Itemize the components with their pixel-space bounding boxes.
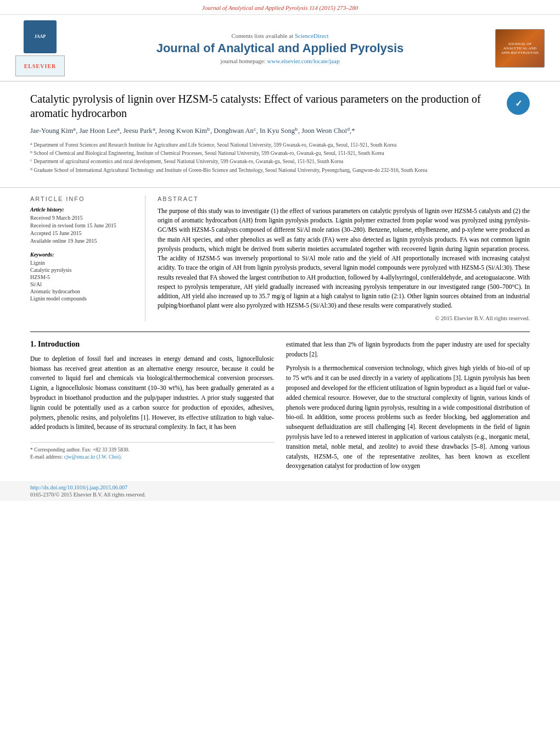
- intro-para-2: estimated that less than 2% of lignin by…: [286, 340, 530, 360]
- journal-cover: JOURNAL OFANALYTICAL ANDAPPLIED PYROLYSI…: [495, 29, 545, 68]
- article-history-label: Article history:: [30, 207, 136, 213]
- section-divider: [30, 331, 530, 332]
- intro-title: 1. Introduction: [30, 340, 274, 349]
- keyword-1: Lignin: [30, 260, 136, 266]
- affiliation-a: ᵃ Department of Forest Sciences and Rese…: [30, 142, 530, 149]
- abstract-heading: ABSTRACT: [158, 196, 530, 202]
- header: JAAP ELSEVIER Contents lists available a…: [0, 15, 560, 82]
- crossmark-icon: ✓: [515, 98, 522, 109]
- cover-text: JOURNAL OFANALYTICAL ANDAPPLIED PYROLYSI…: [499, 40, 541, 57]
- keyword-5: Aromatic hydrocarbon: [30, 288, 136, 294]
- email-link[interactable]: cjw@snu.ac.kr (J.W. Choi).: [64, 454, 122, 460]
- corresponding-author: * Corresponding author. Fax: +82 33 339 …: [30, 447, 274, 453]
- sciencedirect-link[interactable]: ScienceDirect: [295, 32, 329, 39]
- journal-title: Journal of Analytical and Applied Pyroly…: [81, 41, 479, 55]
- doi-copyright: 0165-2370/© 2015 Elsevier B.V. All right…: [30, 492, 530, 498]
- email-footnote: E-mail address: cjw@snu.ac.kr (J.W. Choi…: [30, 454, 274, 460]
- article-info-abstract: ARTICLE INFO Article history: Received 9…: [0, 187, 560, 321]
- article-info-heading: ARTICLE INFO: [30, 196, 136, 202]
- affiliation-d: ᵈ Graduate School of International Agric…: [30, 167, 530, 174]
- body-left: 1. Introduction Due to depletion of foss…: [30, 340, 274, 476]
- intro-para-1: Due to depletion of fossil fuel and incr…: [30, 354, 274, 433]
- elsevier-label: ELSEVIER: [24, 63, 57, 69]
- authors: Jae-Young Kimᵃ, Jae Hoon Leeᵃ, Jeesu Par…: [30, 126, 530, 136]
- crossmark-badge: ✓: [507, 92, 530, 115]
- header-center: Contents lists available at ScienceDirec…: [70, 32, 490, 64]
- article-title: Catalytic pyrolysis of lignin over HZSM-…: [30, 92, 507, 120]
- affiliation-c: ᶜ Department of agricultural economics a…: [30, 158, 530, 165]
- abstract-copyright: © 2015 Elsevier B.V. All rights reserved…: [158, 315, 530, 321]
- abstract-text: The purpose of this study was to investi…: [158, 207, 530, 311]
- keywords-label: Keywords:: [30, 252, 136, 258]
- affiliations: ᵃ Department of Forest Sciences and Rese…: [30, 142, 530, 174]
- homepage-link[interactable]: www.elsevier.com/locate/jaap: [267, 58, 340, 64]
- right-column: ABSTRACT The purpose of this study was t…: [158, 196, 530, 321]
- doi-bar: http://dx.doi.org/10.1016/j.jaap.2015.06…: [0, 481, 560, 501]
- elsevier-logo: ELSEVIER: [15, 55, 65, 76]
- journal-logo-inner: JAAP: [35, 34, 46, 40]
- keyword-6: Lignin model compounds: [30, 295, 136, 302]
- keywords-section: Keywords: Lignin Catalytic pyrolysis HZS…: [30, 252, 136, 302]
- journal-bar: Journal of Analytical and Applied Pyroly…: [0, 0, 560, 15]
- keyword-4: Si/Al: [30, 281, 136, 287]
- journal-bar-text: Journal of Analytical and Applied Pyroly…: [202, 4, 358, 11]
- keyword-3: HZSM-5: [30, 274, 136, 280]
- article-section: Catalytic pyrolysis of lignin over HZSM-…: [0, 82, 560, 187]
- intro-para-3: Pyrolysis is a thermochemical conversion…: [286, 364, 530, 471]
- left-column: ARTICLE INFO Article history: Received 9…: [30, 196, 145, 321]
- affiliation-b: ᵇ School of Chemical and Biological Engi…: [30, 150, 530, 157]
- available-date: Available online 19 June 2015: [30, 238, 136, 244]
- header-right: JOURNAL OFANALYTICAL ANDAPPLIED PYROLYSI…: [490, 29, 550, 68]
- journal-logo: JAAP: [24, 20, 57, 53]
- doi-link: http://dx.doi.org/10.1016/j.jaap.2015.06…: [30, 484, 530, 490]
- body-section: 1. Introduction Due to depletion of foss…: [0, 340, 560, 476]
- footnote-area: * Corresponding author. Fax: +82 33 339 …: [30, 442, 274, 460]
- received-date: Received 9 March 2015: [30, 215, 136, 221]
- accepted-date: Accepted 15 June 2015: [30, 230, 136, 236]
- journal-homepage: journal homepage: www.elsevier.com/locat…: [81, 58, 479, 64]
- revised-date: Received in revised form 15 June 2015: [30, 222, 136, 228]
- body-right: estimated that less than 2% of lignin by…: [286, 340, 530, 476]
- header-left: JAAP ELSEVIER: [10, 20, 70, 76]
- keyword-2: Catalytic pyrolysis: [30, 267, 136, 273]
- contents-available: Contents lists available at ScienceDirec…: [81, 32, 479, 39]
- article-title-row: Catalytic pyrolysis of lignin over HZSM-…: [30, 92, 530, 120]
